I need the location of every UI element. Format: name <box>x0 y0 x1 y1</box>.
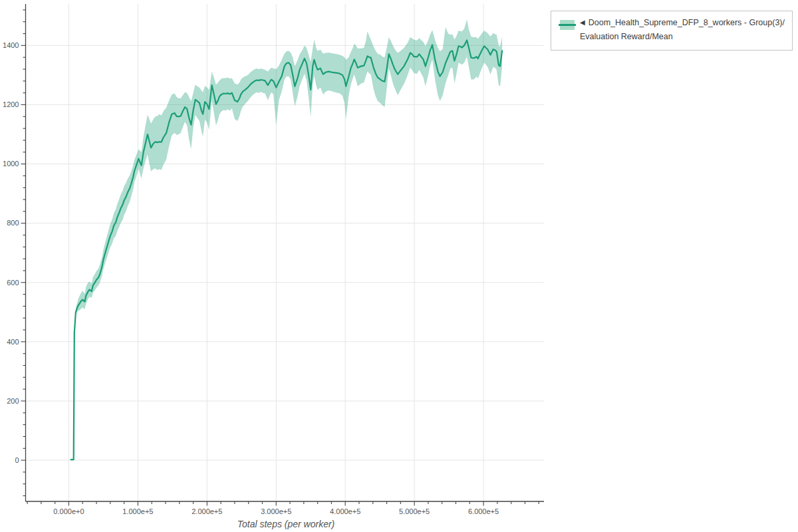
svg-text:3.000e+5: 3.000e+5 <box>261 507 291 515</box>
svg-text:0: 0 <box>15 456 19 464</box>
svg-text:1400: 1400 <box>3 41 19 49</box>
svg-text:2.000e+5: 2.000e+5 <box>192 507 222 515</box>
svg-text:5.000e+5: 5.000e+5 <box>399 507 430 515</box>
svg-text:400: 400 <box>7 338 19 346</box>
legend-label-wrap: ◀Doom_Health_Supreme_DFP_8_workers - Gro… <box>580 16 786 44</box>
svg-text:800: 800 <box>7 219 19 227</box>
chart-canvas[interactable]: 0.000e+01.000e+52.000e+53.000e+54.000e+5… <box>0 0 798 532</box>
svg-text:600: 600 <box>7 279 19 287</box>
svg-text:200: 200 <box>7 397 19 405</box>
legend-series-label: Doom_Health_Supreme_DFP_8_workers - Grou… <box>580 18 785 41</box>
legend-entry[interactable]: ◀Doom_Health_Supreme_DFP_8_workers - Gro… <box>551 11 793 51</box>
series-color-swatch <box>559 20 576 30</box>
svg-text:6.000e+5: 6.000e+5 <box>468 507 499 515</box>
axis-tick-labels: 0.000e+01.000e+52.000e+53.000e+54.000e+5… <box>3 41 499 515</box>
mean-line-swatch <box>559 24 576 26</box>
svg-text:1.000e+5: 1.000e+5 <box>122 507 153 515</box>
svg-text:1000: 1000 <box>3 160 19 168</box>
page: 0.000e+01.000e+52.000e+53.000e+54.000e+5… <box>0 0 798 532</box>
svg-text:4.000e+5: 4.000e+5 <box>330 507 360 515</box>
mean-line <box>71 40 503 460</box>
svg-text:0.000e+0: 0.000e+0 <box>53 507 84 515</box>
confidence-band <box>71 19 503 460</box>
legend-collapse-icon[interactable]: ◀ <box>580 19 585 26</box>
x-axis-title: Total steps (per worker) <box>237 519 335 529</box>
svg-text:1200: 1200 <box>3 100 19 108</box>
